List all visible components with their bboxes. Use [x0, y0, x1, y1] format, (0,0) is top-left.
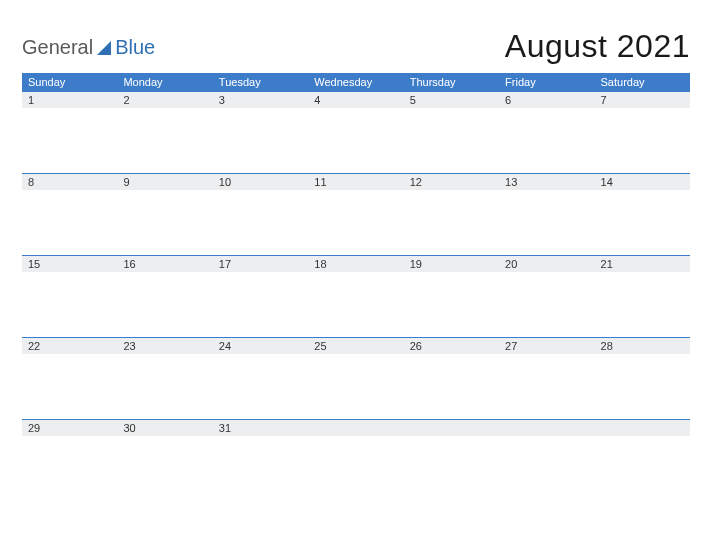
date-number: 30	[117, 420, 212, 436]
date-number: 22	[22, 338, 117, 354]
date-number: 7	[595, 92, 690, 108]
date-number: 2	[117, 92, 212, 108]
date-cell: 30	[117, 419, 212, 501]
date-number	[308, 420, 403, 436]
date-cell: 8	[22, 173, 117, 255]
date-number	[404, 420, 499, 436]
date-cell: 29	[22, 419, 117, 501]
date-cell: 7	[595, 91, 690, 173]
brand-triangle-icon	[97, 41, 111, 55]
date-cell: 21	[595, 255, 690, 337]
date-number: 9	[117, 174, 212, 190]
date-number: 4	[308, 92, 403, 108]
day-header-cell: Saturday	[595, 76, 690, 88]
page-title: August 2021	[505, 28, 690, 65]
date-cell: 10	[213, 173, 308, 255]
date-number	[595, 420, 690, 436]
day-header-cell: Wednesday	[308, 76, 403, 88]
date-cell: 28	[595, 337, 690, 419]
date-number: 26	[404, 338, 499, 354]
day-header-row: Sunday Monday Tuesday Wednesday Thursday…	[22, 73, 690, 91]
date-cell	[404, 419, 499, 501]
date-number: 23	[117, 338, 212, 354]
date-number: 27	[499, 338, 594, 354]
header: General Blue August 2021	[22, 28, 690, 65]
date-cell: 12	[404, 173, 499, 255]
date-cell: 14	[595, 173, 690, 255]
date-cell: 4	[308, 91, 403, 173]
date-cell: 26	[404, 337, 499, 419]
date-cell: 18	[308, 255, 403, 337]
date-number: 21	[595, 256, 690, 272]
date-cell: 3	[213, 91, 308, 173]
date-number: 6	[499, 92, 594, 108]
date-number: 12	[404, 174, 499, 190]
date-number: 5	[404, 92, 499, 108]
date-cell: 1	[22, 91, 117, 173]
date-number: 8	[22, 174, 117, 190]
date-number: 1	[22, 92, 117, 108]
date-number: 14	[595, 174, 690, 190]
date-cell: 5	[404, 91, 499, 173]
date-cell: 11	[308, 173, 403, 255]
brand-logo: General Blue	[22, 36, 155, 65]
date-number: 18	[308, 256, 403, 272]
date-cell: 20	[499, 255, 594, 337]
brand-text-blue: Blue	[115, 36, 155, 59]
date-cell: 31	[213, 419, 308, 501]
date-cell: 23	[117, 337, 212, 419]
date-number: 13	[499, 174, 594, 190]
date-cell: 15	[22, 255, 117, 337]
date-number: 31	[213, 420, 308, 436]
day-header-cell: Friday	[499, 76, 594, 88]
date-number: 15	[22, 256, 117, 272]
date-number: 16	[117, 256, 212, 272]
date-cell: 25	[308, 337, 403, 419]
date-cell: 9	[117, 173, 212, 255]
day-header-cell: Tuesday	[213, 76, 308, 88]
date-number: 24	[213, 338, 308, 354]
date-number: 25	[308, 338, 403, 354]
date-cell: 27	[499, 337, 594, 419]
date-number: 17	[213, 256, 308, 272]
date-number: 20	[499, 256, 594, 272]
date-cell: 16	[117, 255, 212, 337]
date-number: 28	[595, 338, 690, 354]
date-cell: 19	[404, 255, 499, 337]
date-number: 10	[213, 174, 308, 190]
day-header-cell: Thursday	[404, 76, 499, 88]
date-cell: 17	[213, 255, 308, 337]
week-row: 22 23 24 25 26 27 28	[22, 337, 690, 419]
date-cell: 2	[117, 91, 212, 173]
week-row: 29 30 31	[22, 419, 690, 501]
week-row: 1 2 3 4 5 6 7	[22, 91, 690, 173]
date-cell: 22	[22, 337, 117, 419]
week-row: 15 16 17 18 19 20 21	[22, 255, 690, 337]
date-cell: 24	[213, 337, 308, 419]
day-header-cell: Monday	[117, 76, 212, 88]
calendar: Sunday Monday Tuesday Wednesday Thursday…	[22, 73, 690, 501]
date-number	[499, 420, 594, 436]
date-cell	[595, 419, 690, 501]
date-cell	[499, 419, 594, 501]
date-cell: 6	[499, 91, 594, 173]
date-number: 29	[22, 420, 117, 436]
date-number: 19	[404, 256, 499, 272]
date-cell: 13	[499, 173, 594, 255]
date-cell	[308, 419, 403, 501]
week-row: 8 9 10 11 12 13 14	[22, 173, 690, 255]
day-header-cell: Sunday	[22, 76, 117, 88]
brand-text-general: General	[22, 36, 93, 59]
date-number: 11	[308, 174, 403, 190]
date-number: 3	[213, 92, 308, 108]
